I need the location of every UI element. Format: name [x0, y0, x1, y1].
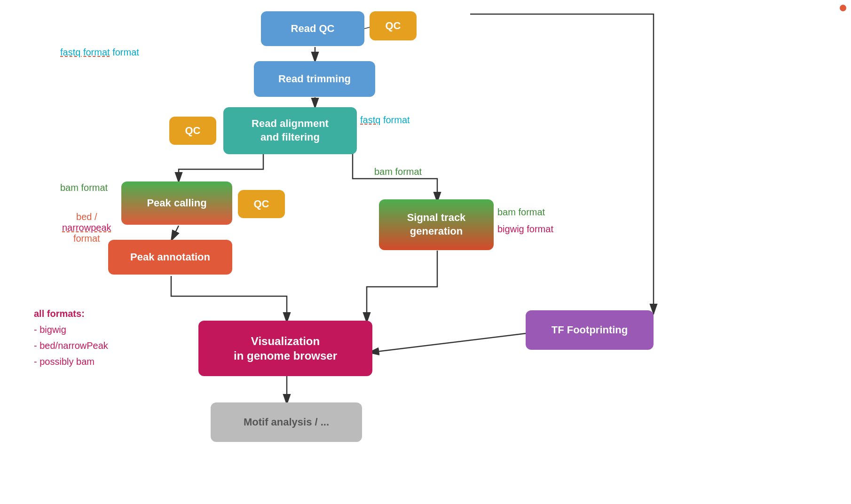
- qc-box-2: QC: [169, 117, 216, 145]
- tf-footprinting-box: TF Footprinting: [526, 310, 654, 350]
- read-alignment-box: Read alignment and filtering: [223, 107, 357, 154]
- bam-format-signal-label: bam format: [497, 207, 545, 218]
- visualization-box: Visualization in genome browser: [198, 321, 372, 376]
- qc-box-3: QC: [238, 190, 285, 218]
- svg-line-3: [171, 226, 179, 241]
- all-formats-label: all formats: - bigwig - bed/narrowPeak -…: [34, 306, 108, 370]
- bigwig-format-label: bigwig format: [497, 224, 553, 235]
- svg-line-5: [369, 333, 530, 353]
- fastq-format-top-label: fastq format format: [60, 47, 139, 58]
- qc-box-1: QC: [370, 11, 417, 40]
- flowchart: Read QC QC Read trimming QC Read alignme…: [0, 0, 851, 504]
- motif-analysis-box: Motif analysis / ...: [211, 402, 362, 442]
- red-indicator: [840, 5, 846, 11]
- signal-track-box: Signal track generation: [379, 199, 494, 250]
- fastq-format-right-label: fastq format: [360, 115, 410, 126]
- bam-format-left-label: bam format: [60, 182, 108, 193]
- bam-format-right-label: bam format: [374, 166, 422, 177]
- read-trimming-box: Read trimming: [254, 61, 375, 97]
- read-qc-box: Read QC: [261, 11, 364, 46]
- peak-annotation-box: Peak annotation: [108, 240, 232, 275]
- peak-calling-box: Peak calling: [121, 181, 232, 225]
- bed-narrowpeak-format-label: bed / narrowpeak format: [62, 212, 111, 244]
